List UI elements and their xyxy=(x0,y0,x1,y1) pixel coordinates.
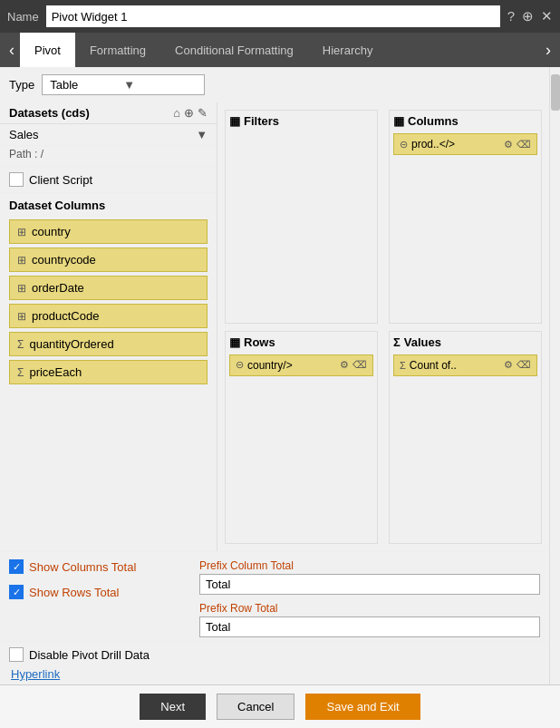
path-label: Path : xyxy=(9,148,37,160)
name-label: Name xyxy=(7,10,39,24)
filters-label: Filters xyxy=(244,114,279,128)
datasets-header: Datasets (cds) ⌂ ⊕ ✎ xyxy=(0,102,217,124)
disable-pivot-drill-row: Disable Pivot Drill Data xyxy=(9,647,540,662)
pill-prod-icon: ⊝ xyxy=(400,139,408,150)
client-script-label: Client Script xyxy=(29,173,92,187)
scrollbar-track[interactable] xyxy=(549,67,560,684)
col-label-country: country xyxy=(32,225,71,238)
title-bar: Name ? ⊕ ✕ xyxy=(0,0,560,33)
disable-pivot-drill-label: Disable Pivot Drill Data xyxy=(29,648,150,662)
column-item-countrycode[interactable]: ⊞ countrycode xyxy=(9,248,208,272)
pill-country-delete-icon[interactable]: ⌫ xyxy=(352,359,367,371)
columns-title: ▦ Columns xyxy=(393,114,537,128)
path-value: / xyxy=(41,148,43,160)
pill-prod-gear-icon[interactable]: ⚙ xyxy=(504,139,513,150)
hyperlink-label: Hyperlink xyxy=(11,667,60,681)
prefix-row-total-field: Prefix Row Total xyxy=(199,602,540,637)
footer-bar: Next Cancel Save and Exit xyxy=(0,684,560,728)
col-label-priceeach: priceEach xyxy=(29,365,82,379)
pill-prod-delete-icon[interactable]: ⌫ xyxy=(517,139,531,150)
column-item-productcode[interactable]: ⊞ productCode xyxy=(9,304,208,328)
top-sections-row: ▦ Filters ▦ Columns ⊝ prod..</> xyxy=(221,106,546,327)
show-columns-total-label: Show Columns Total xyxy=(29,560,136,574)
prefix-column-label: Prefix Column Total xyxy=(199,559,540,572)
prefix-row-input[interactable] xyxy=(199,616,540,637)
col-icon-countrycode: ⊞ xyxy=(17,254,26,267)
pill-country-gear-icon[interactable]: ⚙ xyxy=(340,359,349,371)
disable-pivot-drill-checkbox[interactable] xyxy=(9,647,24,662)
column-item-priceeach[interactable]: Σ priceEach xyxy=(9,360,208,384)
pill-count-icon: Σ xyxy=(400,360,406,371)
col-icon-productcode: ⊞ xyxy=(17,310,26,323)
pill-count-gear-icon[interactable]: ⚙ xyxy=(504,359,513,371)
col-icon-orderdate: ⊞ xyxy=(17,282,26,295)
dataset-dropdown-arrow: ▼ xyxy=(196,128,208,141)
show-rows-total-checkbox[interactable]: ✓ xyxy=(9,585,24,599)
pill-count-delete-icon[interactable]: ⌫ xyxy=(517,359,531,371)
col-label-productcode: productCode xyxy=(32,309,99,323)
values-section: Σ Values Σ Count of.. ⚙ ⌫ xyxy=(389,331,542,545)
left-panel: Datasets (cds) ⌂ ⊕ ✎ Sales ▼ Path : / xyxy=(0,102,217,551)
move-icon[interactable]: ⊕ xyxy=(522,8,534,24)
column-item-orderdate[interactable]: ⊞ orderDate xyxy=(9,276,208,300)
ds-home-icon[interactable]: ⌂ xyxy=(173,106,180,120)
bottom-sections-row: ▦ Rows ⊝ country/> ⚙ ⌫ Σ xyxy=(221,327,546,548)
dataset-columns-label: Dataset Columns xyxy=(0,192,217,216)
show-columns-total-row: ✓ Show Columns Total xyxy=(9,559,190,574)
rows-icon: ▦ xyxy=(229,335,240,349)
values-pill-count: Σ Count of.. ⚙ ⌫ xyxy=(393,354,537,376)
columns-label: Columns xyxy=(408,114,459,128)
next-button[interactable]: Next xyxy=(140,694,206,720)
save-exit-button[interactable]: Save and Exit xyxy=(305,694,420,720)
client-script-row: Client Script xyxy=(0,166,217,192)
ds-add-icon[interactable]: ⊕ xyxy=(184,106,194,120)
rows-pill-country: ⊝ country/> ⚙ ⌫ xyxy=(229,354,373,376)
pill-count-label: Count of.. xyxy=(410,359,500,372)
close-icon[interactable]: ✕ xyxy=(541,8,553,24)
tab-pivot[interactable]: Pivot xyxy=(20,33,75,67)
totals-inputs: Prefix Column Total Prefix Row Total xyxy=(199,559,540,637)
path-row: Path : / xyxy=(0,146,217,166)
pill-prod-label: prod..</> xyxy=(411,138,500,150)
rows-label: Rows xyxy=(244,335,275,349)
show-columns-total-checkbox[interactable]: ✓ xyxy=(9,559,24,574)
pill-country-icon: ⊝ xyxy=(236,359,244,371)
tab-conditional-formatting[interactable]: Conditional Formatting xyxy=(160,33,308,67)
show-rows-total-row: ✓ Show Rows Total xyxy=(9,585,190,599)
dataset-select[interactable]: Sales ▼ xyxy=(0,124,217,146)
filters-title: ▦ Filters xyxy=(229,114,373,128)
rows-title: ▦ Rows xyxy=(229,335,373,349)
type-dropdown-arrow: ▼ xyxy=(123,78,197,92)
dataset-name: Sales xyxy=(9,128,196,141)
column-item-quantityordered[interactable]: Σ quantityOrdered xyxy=(9,332,208,356)
column-item-country[interactable]: ⊞ country xyxy=(9,219,208,244)
prefix-column-total-field: Prefix Column Total xyxy=(199,559,540,595)
columns-pill-prod: ⊝ prod..</> ⚙ ⌫ xyxy=(393,133,537,155)
prefix-column-input[interactable] xyxy=(199,574,540,595)
col-label-quantityordered: quantityOrdered xyxy=(29,337,113,351)
client-script-checkbox[interactable] xyxy=(9,172,24,187)
tab-formatting[interactable]: Formatting xyxy=(75,33,160,67)
tab-prev-arrow[interactable]: ‹ xyxy=(4,41,20,60)
cancel-button[interactable]: Cancel xyxy=(217,694,294,720)
values-icon: Σ xyxy=(393,335,401,349)
prefix-row-label: Prefix Row Total xyxy=(199,602,540,615)
bottom-checks: Disable Pivot Drill Data Hyperlink xyxy=(0,641,549,684)
col-icon-country: ⊞ xyxy=(17,226,26,238)
tab-hierarchy[interactable]: Hierarchy xyxy=(308,33,388,67)
filters-icon: ▦ xyxy=(229,114,240,128)
columns-icon: ▦ xyxy=(393,114,404,128)
type-select[interactable]: Table ▼ xyxy=(42,74,205,95)
col-icon-priceeach: Σ xyxy=(17,366,24,379)
title-icons: ? ⊕ ✕ xyxy=(507,8,553,24)
filters-section: ▦ Filters xyxy=(225,110,378,324)
help-icon[interactable]: ? xyxy=(507,8,515,24)
col-label-orderdate: orderDate xyxy=(32,281,84,295)
scrollbar-thumb[interactable] xyxy=(551,74,560,111)
type-label: Type xyxy=(9,78,34,92)
datasets-label: Datasets (cds) xyxy=(9,106,169,120)
tab-next-arrow[interactable]: › xyxy=(540,41,556,60)
ds-edit-icon[interactable]: ✎ xyxy=(198,106,208,120)
widget-name-input[interactable] xyxy=(46,5,500,27)
columns-section: ▦ Columns ⊝ prod..</> ⚙ ⌫ xyxy=(389,110,542,324)
